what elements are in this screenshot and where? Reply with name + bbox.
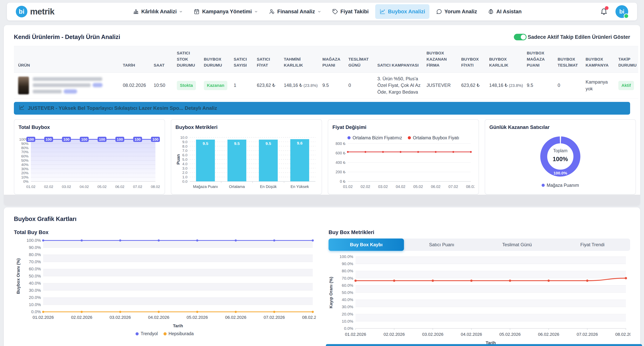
buybox-profit-cell: 148,16 ₺ (23.8%) (489, 73, 527, 98)
table-row[interactable]: 08.02.202610:50StoktaKazanan1623,62 ₺148… (14, 73, 638, 98)
svg-text:07.02: 07.02 (448, 184, 458, 189)
nav-item-k-rl-l-k-analizi[interactable]: Kârlılık Analizi (128, 4, 187, 19)
svg-text:2.0: 2.0 (182, 171, 188, 175)
svg-text:90.0%: 90.0% (29, 245, 41, 250)
banner-text: JUSTEVER - Yüksek Bel Toparlayıcı Sıkıla… (28, 105, 217, 111)
brand-logo[interactable]: bi metrik (16, 6, 54, 17)
svg-text:20%: 20% (21, 171, 28, 175)
nav-right: bi (600, 5, 628, 18)
svg-text:03.02: 03.02 (378, 184, 388, 189)
total-buybox-panel: Total Buy Box 0.0%10.0%20.0%30.0%40.0%50… (14, 229, 316, 346)
card-title: Buybox Metrikleri (176, 124, 317, 130)
col-header: BUYBOX TESLİMAT (558, 46, 586, 73)
detail-analysis-banner[interactable]: JUSTEVER - Yüksek Bel Toparlayıcı Sıkıla… (14, 102, 630, 115)
marketplace-legend[interactable]: TrendyolHepsiburada (14, 331, 316, 336)
svg-text:100.0%: 100.0% (26, 238, 41, 243)
col-header: TESLİMAT GÜNÜ (348, 46, 377, 73)
buybox-winner-cell: JUSTEVER (426, 73, 461, 98)
svg-text:0.0%: 0.0% (344, 326, 353, 330)
user-avatar[interactable]: bi (616, 5, 628, 18)
brand-logo-icon: bi (16, 6, 28, 17)
svg-text:Puan: Puan (176, 154, 181, 165)
svg-text:05.02: 05.02 (97, 185, 107, 189)
status-badge: Stokta (177, 81, 196, 90)
toggle-switch[interactable] (514, 34, 526, 40)
calendar-icon (194, 9, 200, 15)
total-buybox-chart[interactable]: 0%10%20%30%40%50%60%70%80%90%100%01.0202… (18, 134, 160, 191)
col-header: MAĞAZA PUANI (322, 46, 348, 73)
svg-text:30%: 30% (21, 167, 28, 171)
tab-teslimat-g-n[interactable]: Teslimat Günü (479, 238, 555, 251)
buybox-metrics-card: Buybox Metrikleri 0.01.02.03.04.05.06.07… (171, 119, 322, 195)
nav-item-yorum-analiz[interactable]: Yorum Analiz (432, 4, 482, 19)
nav-item-buybox-analizi[interactable]: Buybox Analizi (375, 4, 430, 19)
tracking-status-cell: Aktif (618, 73, 638, 98)
svg-text:100: 100 (81, 137, 87, 141)
buybox-metrics-chart[interactable]: 0.01.02.03.04.05.06.07.08.09.010.09.5Mağ… (176, 134, 317, 191)
svg-text:03.02.2026: 03.02.2026 (422, 332, 444, 337)
svg-text:80.0%: 80.0% (29, 252, 41, 257)
svg-text:20.0%: 20.0% (29, 295, 41, 300)
product-cell[interactable] (14, 73, 123, 98)
legend-item-ma-aza-puan-m[interactable]: Mağaza Puanım (542, 183, 579, 188)
svg-text:10.0%: 10.0% (342, 319, 353, 323)
svg-text:05.02.2026: 05.02.2026 (187, 315, 208, 320)
svg-text:08.02: 08.02 (151, 185, 160, 189)
svg-text:100.0%: 100.0% (554, 171, 567, 175)
svg-text:Buybox Oranı (%): Buybox Oranı (%) (16, 258, 21, 294)
total-buybox-line-chart[interactable]: 0.0%10.0%20.0%30.0%40.0%50.0%60.0%70.0%8… (14, 237, 316, 330)
tab-sat-c-puan[interactable]: Satıcı Puanı (404, 238, 479, 251)
seller-price-cell: 623,62 ₺ (257, 73, 284, 98)
buybox-metrics-panel: Buy Box Metrikleri Buy Box KaybıSatıcı P… (328, 229, 630, 346)
svg-text:08.02: 08.02 (466, 184, 474, 189)
col-header: BUYBOX DURUMU (204, 46, 234, 73)
svg-text:03.02.2026: 03.02.2026 (110, 315, 131, 320)
svg-text:70.0%: 70.0% (29, 259, 41, 264)
toggle-label: Sadece Aktif Takip Edilen Ürünleri Göste… (528, 34, 630, 40)
active-products-toggle[interactable]: Sadece Aktif Takip Edilen Ürünleri Göste… (514, 34, 630, 40)
daily-winners-legend[interactable]: Mağaza Puanım (489, 183, 631, 188)
legend-item-trendyol[interactable]: Trendyol (136, 331, 158, 336)
svg-text:04.02.2026: 04.02.2026 (461, 332, 482, 337)
panel-title: Total Buy Box (14, 229, 316, 235)
legend-item-hepsiburada[interactable]: Hepsiburada (164, 331, 194, 336)
svg-text:50.0%: 50.0% (342, 290, 353, 295)
stock-status-cell: Stokta (177, 73, 204, 98)
svg-text:100: 100 (117, 137, 123, 141)
svg-text:9.5: 9.5 (203, 141, 208, 146)
tag-icon (332, 9, 338, 15)
users-icon (269, 9, 275, 15)
notification-dot (605, 6, 608, 10)
tab-fiyat-trendi[interactable]: Fiyat Trendi (555, 238, 630, 251)
metric-tabs: Buy Box KaybıSatıcı PuanıTeslimat GünüFi… (328, 238, 630, 251)
legend-item-ortalama-bizim-fiyat-m-z[interactable]: Ortalama Bizim Fiyatımız (348, 135, 402, 141)
nav-item-label: AI Asistan (496, 9, 522, 15)
tab-buy-box-kayb[interactable]: Buy Box Kaybı (328, 238, 404, 251)
col-header: SATICI FİYAT (257, 46, 284, 73)
price-change-chart[interactable]: 0 ₺200 ₺400 ₺600 ₺800 ₺01.0202.0203.0204… (332, 141, 474, 191)
legend-item-ortalama-buybox-fiyat[interactable]: Ortalama Buybox Fiyatı (408, 135, 459, 141)
nav-item-finansal-analiz[interactable]: Finansal Analiz (264, 4, 326, 19)
svg-text:0.0: 0.0 (182, 179, 188, 184)
nav-item-fiyat-takibi[interactable]: Fiyat Takibi (328, 4, 373, 19)
svg-text:08.02.2026: 08.02.2026 (302, 315, 316, 320)
buybox-loss-chart[interactable]: 0.0%10.0%20.0%30.0%40.0%50.0%60.0%70.0%8… (328, 254, 630, 346)
svg-text:3.0: 3.0 (182, 166, 188, 170)
seller-count-cell: 1 (234, 73, 257, 98)
nav-item-kampanya-y-netimi[interactable]: Kampanya Yönetimi (189, 4, 262, 19)
horizontal-scrollbar[interactable] (4, 195, 640, 205)
svg-text:40.0%: 40.0% (342, 297, 353, 302)
svg-text:9.5: 9.5 (266, 141, 271, 146)
col-header: BUYBOX KAZANAN FİRMA (426, 46, 461, 73)
svg-text:10.0%: 10.0% (29, 302, 41, 307)
nav-item-ai-asistan[interactable]: AI Asistan (484, 4, 526, 19)
svg-text:60%: 60% (21, 154, 28, 158)
svg-text:100: 100 (134, 137, 141, 141)
daily-winners-donut-chart[interactable]: Toplam100%100.0% (489, 133, 631, 182)
price-change-legend[interactable]: Ortalama Bizim FiyatımızOrtalama Buybox … (332, 135, 474, 141)
brain-icon (488, 9, 494, 15)
svg-text:06.02.2026: 06.02.2026 (538, 332, 559, 337)
notification-bell-icon[interactable] (600, 7, 608, 16)
svg-text:0.0%: 0.0% (31, 309, 41, 314)
status-badge: Kazanan (204, 81, 227, 90)
